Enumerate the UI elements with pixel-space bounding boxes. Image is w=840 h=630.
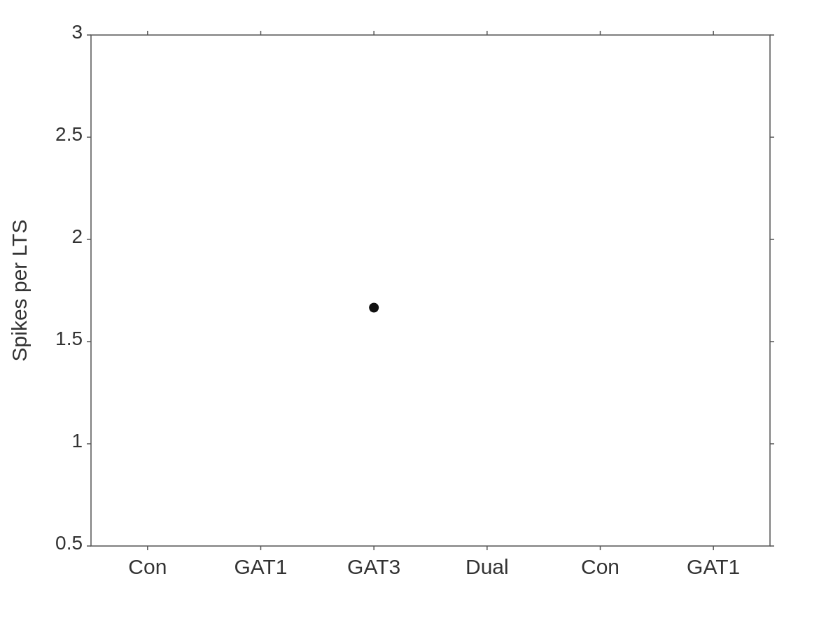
svg-text:2: 2 xyxy=(71,225,83,247)
chart-container: 0.511.522.53ConGAT1GAT3DualConGAT1Spikes… xyxy=(0,0,840,630)
svg-text:Con: Con xyxy=(128,555,167,578)
svg-text:Dual: Dual xyxy=(465,555,509,578)
svg-text:0.5: 0.5 xyxy=(55,532,83,554)
svg-text:1.5: 1.5 xyxy=(55,328,83,349)
svg-text:GAT3: GAT3 xyxy=(347,555,400,578)
svg-text:1: 1 xyxy=(71,430,83,451)
svg-point-39 xyxy=(369,303,379,313)
svg-text:Con: Con xyxy=(581,555,620,578)
svg-rect-1 xyxy=(91,35,770,546)
svg-text:3: 3 xyxy=(71,21,83,43)
svg-text:GAT1: GAT1 xyxy=(234,555,287,578)
svg-text:GAT1: GAT1 xyxy=(687,555,740,578)
svg-text:2.5: 2.5 xyxy=(55,123,83,145)
chart-svg: 0.511.522.53ConGAT1GAT3DualConGAT1Spikes… xyxy=(0,0,840,630)
svg-text:Spikes per LTS: Spikes per LTS xyxy=(8,220,31,362)
